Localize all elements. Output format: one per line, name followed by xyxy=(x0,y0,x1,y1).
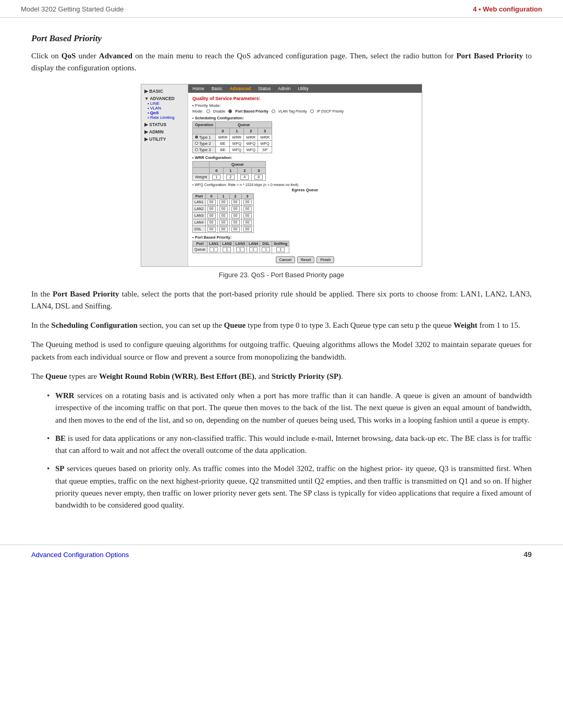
wrr-th-empty xyxy=(193,161,210,167)
radio-vlan-tag[interactable] xyxy=(272,109,275,113)
mode-label: Mode: xyxy=(192,109,203,114)
sched-th-3: 3 xyxy=(258,128,272,134)
figure-inner: ▶ BASIC ▼ ADVANCED • LINE • VLAN • QoS •… xyxy=(141,84,422,267)
wrr-w0: 1 xyxy=(210,174,224,180)
wrr-th-3: 3 xyxy=(252,167,266,174)
egress-lan2: LAN2 00 00 00 00 xyxy=(193,205,254,212)
pp-th-lan4: LAN4 xyxy=(247,241,260,246)
pp-th-port: Port xyxy=(193,241,207,246)
figure-topnav: Home Basic Advanced Status Admin Utility xyxy=(188,84,422,93)
wrr-weight-row: Weight 1 2 4 8 xyxy=(193,174,266,180)
figure-caption: Figure 23. QoS - Port Based Priority pag… xyxy=(219,271,345,279)
sidebar-advanced: ▼ ADVANCED xyxy=(144,96,185,101)
body-para1: In the Port Based Priority table, select… xyxy=(31,288,532,313)
egress-lan4-label: LAN4 xyxy=(193,219,206,226)
sched-t3-2: WFQ xyxy=(244,146,258,153)
footer-left: Advanced Configuration Options xyxy=(31,551,129,559)
body-para3: The Queuing method is used to configure … xyxy=(31,339,532,363)
sidebar-admin: ▶ ADMIN xyxy=(144,129,185,134)
sched-type1-label: Type 1 xyxy=(193,134,216,140)
figure-content: Quality of Service Parameters: ▪ Priorit… xyxy=(188,93,422,266)
egress-lan3: LAN3 00 00 00 00 xyxy=(193,212,254,219)
wrr-th-2: 2 xyxy=(238,167,252,174)
sched-t3-0: BE xyxy=(216,146,230,153)
sched-th-1: 1 xyxy=(230,128,244,134)
nav-basic[interactable]: Basic xyxy=(212,86,223,91)
cancel-button[interactable]: Cancel xyxy=(276,256,295,263)
sidebar-vlan: • VLAN xyxy=(144,106,185,110)
sidebar-basic: ▶ BASIC xyxy=(144,89,185,94)
wrr-label: ▪ WRR Configuration: xyxy=(192,155,418,160)
egress-queue-label: Egress Queue xyxy=(192,188,418,192)
bullet-list: WRR services on a rotating basis and is … xyxy=(47,390,532,511)
queue-types-line: The Queue types are Weight Round Robin (… xyxy=(31,371,532,382)
radio-port-based[interactable] xyxy=(228,109,232,113)
figure-container: ▶ BASIC ▼ ADVANCED • LINE • VLAN • QoS •… xyxy=(31,84,532,279)
qos-title: Quality of Service Parameters: xyxy=(192,96,418,101)
finish-button[interactable]: Finish xyxy=(316,256,334,263)
egress-th-2: 2 xyxy=(229,193,241,199)
footer-right: 49 xyxy=(523,550,532,559)
sched-t1-0: WRR xyxy=(216,134,230,140)
nav-home[interactable]: Home xyxy=(192,86,204,91)
egress-th-port: Port xyxy=(193,193,206,199)
nav-advanced[interactable]: Advanced xyxy=(229,86,251,91)
radio-ip-dscp[interactable] xyxy=(310,109,314,113)
sched-row-type3: Type 3 BE WFQ WFQ SP xyxy=(193,146,272,153)
figure-main-panel: Home Basic Advanced Status Admin Utility… xyxy=(188,84,422,266)
wrr-table: Queue 0 1 2 3 Wei xyxy=(192,161,266,181)
scheduling-table: Operation Queue 0 1 2 3 xyxy=(192,121,272,153)
pp-th-dsl: DSL xyxy=(260,241,272,246)
header-right-text: 4 • Web configuration xyxy=(473,5,542,13)
bullet-be: BE is used for data applications or any … xyxy=(47,433,532,457)
pp-queue-row: Queue 1 1 1 1 1 1 xyxy=(193,246,289,253)
intro-paragraph: Click on QoS under Advanced on the main … xyxy=(31,50,532,75)
wrr-th-label xyxy=(193,167,210,174)
reset-button[interactable]: Reset xyxy=(297,256,315,263)
wfq-label: ▪ WFQ Configuration: Rate = n * 1024 kbp… xyxy=(192,183,418,187)
radio-port-based-label: Port Based Priority xyxy=(235,109,268,113)
section-title: Port Based Priority xyxy=(31,33,532,44)
egress-th-3: 3 xyxy=(241,193,253,199)
radio-disable[interactable] xyxy=(206,109,210,113)
wrr-th-1: 1 xyxy=(224,167,238,174)
wrr-weight-label: Weight xyxy=(193,174,210,180)
sched-t3-1: WFQ xyxy=(230,146,244,153)
sched-t1-1: WRR xyxy=(230,134,244,140)
egress-lan1: LAN1 00 00 00 00 xyxy=(193,199,254,205)
page-footer: Advanced Configuration Options 49 xyxy=(0,545,563,566)
sidebar-qos: • QoS xyxy=(144,110,185,115)
egress-table: Port 0 1 2 3 LAN1 00 00 xyxy=(192,193,254,233)
pp-th-lan3: LAN3 xyxy=(234,241,247,246)
egress-th-1: 1 xyxy=(217,193,229,199)
nav-admin[interactable]: Admin xyxy=(278,86,290,91)
sidebar-rate-limiting: • Rate Limiting xyxy=(144,115,185,120)
body-para2: In the Scheduling Configuration section,… xyxy=(31,319,532,331)
egress-lan4: LAN4 00 00 00 00 xyxy=(193,219,254,226)
sched-t2-0: BE xyxy=(216,140,230,146)
sidebar-utility: ▶ UTILITY xyxy=(144,137,185,142)
radio-type1[interactable] xyxy=(195,135,198,139)
bullet-sp: SP services queues based on priority onl… xyxy=(47,463,532,511)
sched-type3-label: Type 3 xyxy=(193,146,216,153)
egress-lan2-label: LAN2 xyxy=(193,205,206,212)
nav-status[interactable]: Status xyxy=(258,86,271,91)
port-priority-label: ▪ Port Based Priority: xyxy=(192,235,418,240)
radio-type2[interactable] xyxy=(195,142,198,145)
wrr-w1: 2 xyxy=(224,174,238,180)
sched-t2-2: WFQ xyxy=(244,140,258,146)
sched-row-type2: Type 2 BE WFQ WFQ WFQ xyxy=(193,140,272,146)
pp-th-lan2: LAN2 xyxy=(221,241,234,246)
priority-mode-row: Mode: Disable Port Based Priority VLAN T… xyxy=(192,109,418,114)
sched-t2-3: WFQ xyxy=(258,140,272,146)
sched-t3-3: SP xyxy=(258,146,272,153)
pp-th-sniffing: Sniffing xyxy=(272,241,289,246)
sched-th-op: Operation xyxy=(193,121,216,128)
radio-type3[interactable] xyxy=(195,148,198,151)
nav-utility[interactable]: Utility xyxy=(298,86,309,91)
sched-t1-2: WRR xyxy=(244,134,258,140)
sidebar-status: ▶ STATUS xyxy=(144,122,185,127)
egress-th-0: 0 xyxy=(205,193,217,199)
port-priority-table: Port LAN1 LAN2 LAN3 LAN4 DSL Sniffing xyxy=(192,241,289,253)
header-left-text: Model 3202 Getting Started Guide xyxy=(21,5,124,13)
